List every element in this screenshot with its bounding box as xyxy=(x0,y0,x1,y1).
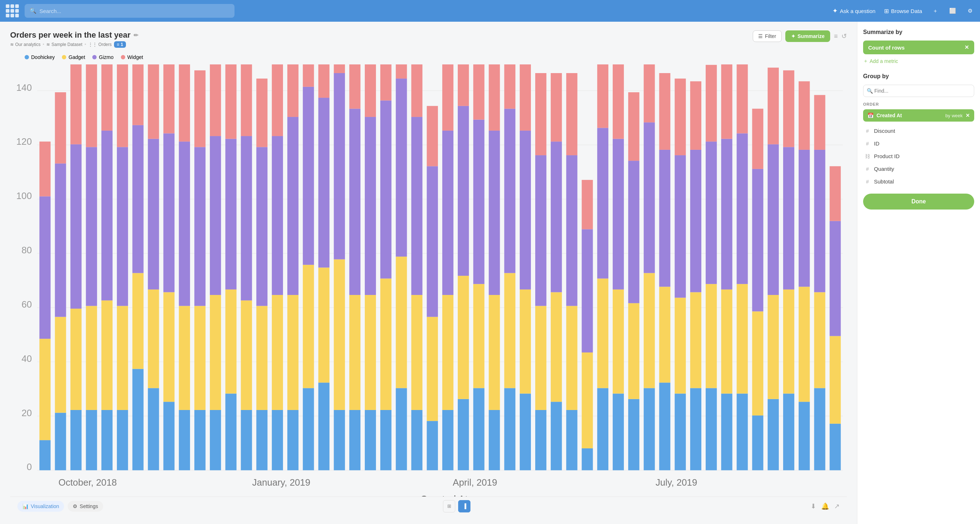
bar-segment xyxy=(551,73,562,142)
bar-segment xyxy=(210,410,221,470)
bar-segment xyxy=(365,295,376,410)
close-created-at-icon[interactable]: ✕ xyxy=(966,113,970,118)
bar-segment xyxy=(783,147,794,290)
bar-segment xyxy=(675,155,686,298)
bar-segment xyxy=(566,73,578,155)
group-item-label: Subtotal xyxy=(874,178,894,185)
close-icon: ✕ xyxy=(964,44,969,51)
bar-segment xyxy=(194,70,205,147)
bar-segment xyxy=(706,388,717,470)
add-button[interactable]: ＋ xyxy=(931,6,939,15)
settings-button[interactable]: ⚙ Settings xyxy=(68,501,103,512)
summarize-button[interactable]: ✦ Summarize xyxy=(785,30,830,42)
bar-segment xyxy=(70,410,82,470)
ask-question-button[interactable]: ✦ Ask a question xyxy=(832,7,875,15)
bar-segment xyxy=(86,64,97,147)
group-by-section: Group by 🔍 ORDER 📅 Created At by week ✕ … xyxy=(863,73,974,188)
table-view-button[interactable]: ⊞ xyxy=(443,500,455,513)
browse-data-button[interactable]: ⊞ Browse Data xyxy=(884,8,922,14)
bar-segment xyxy=(86,147,97,306)
alert-button[interactable]: 🔔 xyxy=(821,502,829,510)
group-item-id[interactable]: #ID xyxy=(863,137,974,150)
bar-segment xyxy=(597,128,608,278)
breadcrumb-dataset[interactable]: ≋ Sample Dataset xyxy=(46,42,82,47)
bar-segment xyxy=(132,64,144,125)
group-item-label: ID xyxy=(874,140,880,147)
bar-segment xyxy=(163,64,175,133)
download-button[interactable]: ⬇ xyxy=(811,502,816,510)
bar-segment xyxy=(380,64,391,100)
chart-view-button[interactable]: ▐ xyxy=(458,500,471,513)
bottom-bar: 📊 Visualization ⚙ Settings ⊞ ▐ ⬇ 🔔 ↗ xyxy=(10,497,847,515)
done-button[interactable]: Done xyxy=(863,194,974,210)
search-placeholder: Search... xyxy=(40,8,61,14)
bar-segment xyxy=(597,388,608,470)
sort-icon-button[interactable]: ≡ xyxy=(834,33,838,40)
bar-segment xyxy=(737,394,748,470)
refresh-icon-button[interactable]: ↺ xyxy=(842,32,847,40)
find-wrapper: 🔍 xyxy=(863,85,974,97)
bar-segment xyxy=(55,92,66,164)
app-logo[interactable] xyxy=(6,4,19,18)
bar-segment xyxy=(272,64,283,136)
bar-segment xyxy=(86,306,97,410)
group-item-product-id[interactable]: ⛓Product ID xyxy=(863,150,974,162)
group-item-label: Product ID xyxy=(874,153,900,159)
bar-segment xyxy=(644,122,655,273)
bottom-right-actions: ⬇ 🔔 ↗ xyxy=(811,502,840,510)
bar-segment xyxy=(442,410,453,470)
bar-segment xyxy=(706,65,717,142)
filter-icon: ☰ xyxy=(758,33,763,39)
add-metric-button[interactable]: ＋ Add a metric xyxy=(863,58,974,64)
group-item-subtotal[interactable]: #Subtotal xyxy=(863,175,974,188)
group-item-quantity[interactable]: #Quantity xyxy=(863,162,974,175)
breadcrumb-sep-1: • xyxy=(43,42,44,47)
svg-text:80: 80 xyxy=(21,245,32,255)
search-bar[interactable]: 🔍 Search... xyxy=(25,4,234,18)
bar-segment xyxy=(582,352,593,448)
visualization-button[interactable]: 📊 Visualization xyxy=(18,501,64,512)
bar-segment xyxy=(504,273,515,388)
bookmark-icon[interactable]: ⬜ xyxy=(948,6,957,15)
edit-title-icon[interactable]: ✏ xyxy=(134,32,138,39)
bar-segment xyxy=(752,311,763,416)
bar-segment xyxy=(644,273,655,388)
gear-icon: ⚙ xyxy=(73,503,78,509)
bar-segment xyxy=(132,125,144,273)
analytics-icon: ≋ xyxy=(10,42,14,47)
bar-segment xyxy=(675,298,686,394)
breadcrumb-analytics[interactable]: ≋ Our analytics xyxy=(10,42,41,47)
legend-dot xyxy=(92,55,97,59)
bar-segment xyxy=(272,410,283,470)
bar-segment xyxy=(427,421,438,470)
bar-segment xyxy=(752,169,763,312)
filter-badge[interactable]: ≡ 1 xyxy=(114,41,126,48)
bar-segment xyxy=(380,100,391,279)
bar-segment xyxy=(706,142,717,284)
sidebar: Summarize by Count of rows ✕ ＋ Add a met… xyxy=(857,22,980,524)
bar-segment xyxy=(582,180,593,229)
bar-segment xyxy=(365,410,376,470)
find-search-icon: 🔍 xyxy=(867,88,873,94)
share-button[interactable]: ↗ xyxy=(834,502,840,510)
bar-segment xyxy=(520,394,531,470)
chart-legend: DoohickeyGadgetGizmoWidget xyxy=(25,54,847,60)
bar-segment xyxy=(721,290,732,394)
created-at-badge[interactable]: 📅 Created At by week ✕ xyxy=(863,109,974,122)
bar-segment xyxy=(148,139,159,290)
count-of-rows-button[interactable]: Count of rows ✕ xyxy=(863,41,974,54)
bar-segment xyxy=(612,139,624,290)
svg-text:40: 40 xyxy=(21,354,32,364)
bar-segment xyxy=(473,284,485,388)
group-item-label: Quantity xyxy=(874,166,894,172)
settings-icon[interactable]: ⚙ xyxy=(966,6,974,15)
bar-segment xyxy=(40,196,51,339)
bar-segment xyxy=(349,410,360,470)
bar-segment xyxy=(799,81,810,150)
bar-segment xyxy=(814,292,826,388)
find-input[interactable] xyxy=(863,85,974,97)
filter-button[interactable]: ☰ Filter xyxy=(753,30,782,42)
bar-segment xyxy=(86,410,97,470)
group-item-discount[interactable]: #Discount xyxy=(863,124,974,137)
breadcrumb-table[interactable]: ⋮⋮ Orders xyxy=(88,42,112,47)
